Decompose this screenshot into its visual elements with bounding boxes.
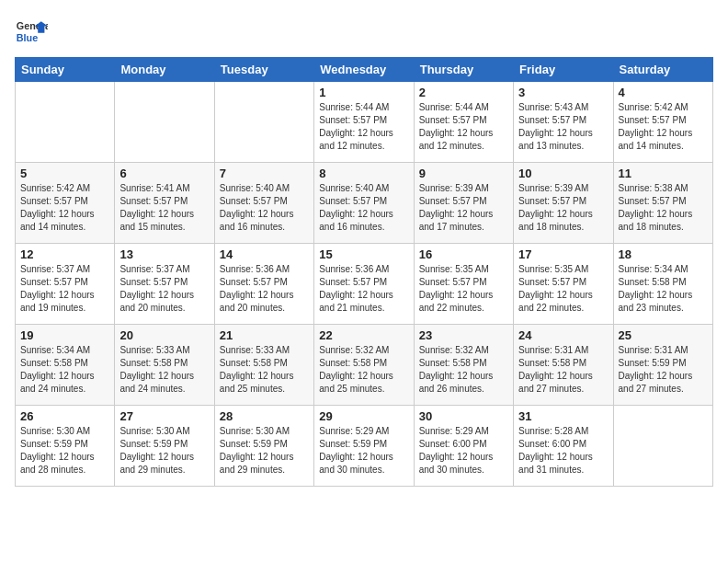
calendar-week-4: 19Sunrise: 5:34 AMSunset: 5:58 PMDayligh… xyxy=(16,325,713,406)
day-number: 8 xyxy=(319,167,408,180)
calendar-cell: 10Sunrise: 5:39 AMSunset: 5:57 PMDayligh… xyxy=(514,163,613,244)
calendar-cell: 19Sunrise: 5:34 AMSunset: 5:58 PMDayligh… xyxy=(16,325,115,406)
day-number: 31 xyxy=(518,409,608,423)
day-info: Sunrise: 5:44 AMSunset: 5:57 PMDaylight:… xyxy=(319,101,408,153)
day-number: 4 xyxy=(619,86,708,99)
day-info: Sunrise: 5:35 AMSunset: 5:57 PMDaylight:… xyxy=(419,263,508,315)
day-number: 5 xyxy=(20,167,109,180)
day-info: Sunrise: 5:36 AMSunset: 5:57 PMDaylight:… xyxy=(220,263,309,315)
day-info: Sunrise: 5:44 AMSunset: 5:57 PMDaylight:… xyxy=(419,101,508,153)
calendar-cell: 27Sunrise: 5:30 AMSunset: 5:59 PMDayligh… xyxy=(115,406,214,487)
day-info: Sunrise: 5:34 AMSunset: 5:58 PMDaylight:… xyxy=(20,344,109,396)
calendar-cell: 26Sunrise: 5:30 AMSunset: 5:59 PMDayligh… xyxy=(16,406,115,487)
calendar-cell xyxy=(214,82,313,163)
day-info: Sunrise: 5:29 AMSunset: 6:00 PMDaylight:… xyxy=(419,425,508,477)
day-number: 12 xyxy=(20,247,109,261)
weekday-header-sunday: Sunday xyxy=(16,58,115,82)
calendar-cell: 8Sunrise: 5:40 AMSunset: 5:57 PMDaylight… xyxy=(314,163,414,244)
calendar-cell: 18Sunrise: 5:34 AMSunset: 5:58 PMDayligh… xyxy=(613,244,712,325)
calendar-body: 1Sunrise: 5:44 AMSunset: 5:57 PMDaylight… xyxy=(16,82,713,487)
calendar-cell: 16Sunrise: 5:35 AMSunset: 5:57 PMDayligh… xyxy=(414,244,513,325)
day-info: Sunrise: 5:28 AMSunset: 6:00 PMDaylight:… xyxy=(518,425,608,477)
weekday-header-wednesday: Wednesday xyxy=(314,58,414,82)
day-number: 19 xyxy=(20,328,109,342)
calendar-cell: 11Sunrise: 5:38 AMSunset: 5:57 PMDayligh… xyxy=(613,163,712,244)
day-info: Sunrise: 5:41 AMSunset: 5:57 PMDaylight:… xyxy=(119,182,209,234)
day-number: 23 xyxy=(419,328,508,342)
day-info: Sunrise: 5:34 AMSunset: 5:58 PMDaylight:… xyxy=(619,263,708,315)
day-number: 30 xyxy=(419,409,508,423)
calendar-cell: 3Sunrise: 5:43 AMSunset: 5:57 PMDaylight… xyxy=(514,82,613,163)
calendar-week-5: 26Sunrise: 5:30 AMSunset: 5:59 PMDayligh… xyxy=(16,406,713,487)
calendar-cell: 21Sunrise: 5:33 AMSunset: 5:58 PMDayligh… xyxy=(214,325,313,406)
day-info: Sunrise: 5:30 AMSunset: 5:59 PMDaylight:… xyxy=(20,425,109,477)
calendar-cell: 17Sunrise: 5:35 AMSunset: 5:57 PMDayligh… xyxy=(514,244,613,325)
day-info: Sunrise: 5:39 AMSunset: 5:57 PMDaylight:… xyxy=(518,182,608,234)
day-info: Sunrise: 5:29 AMSunset: 5:59 PMDaylight:… xyxy=(319,425,408,477)
day-number: 7 xyxy=(220,167,309,180)
day-number: 9 xyxy=(419,167,508,180)
day-info: Sunrise: 5:31 AMSunset: 5:58 PMDaylight:… xyxy=(518,344,608,396)
day-number: 27 xyxy=(119,409,209,423)
calendar-cell: 23Sunrise: 5:32 AMSunset: 5:58 PMDayligh… xyxy=(414,325,513,406)
calendar-cell: 4Sunrise: 5:42 AMSunset: 5:57 PMDaylight… xyxy=(613,82,712,163)
calendar-header-row: SundayMondayTuesdayWednesdayThursdayFrid… xyxy=(16,58,713,82)
day-number: 6 xyxy=(119,167,209,180)
day-info: Sunrise: 5:32 AMSunset: 5:58 PMDaylight:… xyxy=(419,344,508,396)
calendar-cell: 6Sunrise: 5:41 AMSunset: 5:57 PMDaylight… xyxy=(115,163,214,244)
day-info: Sunrise: 5:37 AMSunset: 5:57 PMDaylight:… xyxy=(20,263,109,315)
day-number: 22 xyxy=(319,328,408,342)
day-number: 13 xyxy=(119,247,209,261)
calendar-cell: 28Sunrise: 5:30 AMSunset: 5:59 PMDayligh… xyxy=(214,406,313,487)
calendar-cell xyxy=(16,82,115,163)
calendar-cell: 22Sunrise: 5:32 AMSunset: 5:58 PMDayligh… xyxy=(314,325,414,406)
weekday-header-saturday: Saturday xyxy=(613,58,712,82)
calendar-cell: 1Sunrise: 5:44 AMSunset: 5:57 PMDaylight… xyxy=(314,82,414,163)
weekday-header-thursday: Thursday xyxy=(414,58,513,82)
day-info: Sunrise: 5:42 AMSunset: 5:57 PMDaylight:… xyxy=(619,101,708,153)
page-header: General Blue xyxy=(15,15,713,48)
calendar-cell: 14Sunrise: 5:36 AMSunset: 5:57 PMDayligh… xyxy=(214,244,313,325)
day-info: Sunrise: 5:30 AMSunset: 5:59 PMDaylight:… xyxy=(119,425,209,477)
day-info: Sunrise: 5:37 AMSunset: 5:57 PMDaylight:… xyxy=(119,263,209,315)
calendar-cell: 30Sunrise: 5:29 AMSunset: 6:00 PMDayligh… xyxy=(414,406,513,487)
day-info: Sunrise: 5:33 AMSunset: 5:58 PMDaylight:… xyxy=(119,344,209,396)
day-number: 14 xyxy=(220,247,309,261)
day-number: 20 xyxy=(119,328,209,342)
calendar-cell xyxy=(613,406,712,487)
calendar-cell: 5Sunrise: 5:42 AMSunset: 5:57 PMDaylight… xyxy=(16,163,115,244)
calendar-week-3: 12Sunrise: 5:37 AMSunset: 5:57 PMDayligh… xyxy=(16,244,713,325)
weekday-header-monday: Monday xyxy=(115,58,214,82)
weekday-header-friday: Friday xyxy=(514,58,613,82)
day-number: 1 xyxy=(319,86,408,99)
calendar-cell xyxy=(115,82,214,163)
day-number: 28 xyxy=(220,409,309,423)
day-info: Sunrise: 5:38 AMSunset: 5:57 PMDaylight:… xyxy=(619,182,708,234)
day-number: 11 xyxy=(619,167,708,180)
logo-icon: General Blue xyxy=(15,15,48,48)
day-info: Sunrise: 5:36 AMSunset: 5:57 PMDaylight:… xyxy=(319,263,408,315)
day-number: 29 xyxy=(319,409,408,423)
day-number: 24 xyxy=(518,328,608,342)
calendar-cell: 25Sunrise: 5:31 AMSunset: 5:59 PMDayligh… xyxy=(613,325,712,406)
calendar-cell: 24Sunrise: 5:31 AMSunset: 5:58 PMDayligh… xyxy=(514,325,613,406)
day-info: Sunrise: 5:42 AMSunset: 5:57 PMDaylight:… xyxy=(20,182,109,234)
calendar-week-1: 1Sunrise: 5:44 AMSunset: 5:57 PMDaylight… xyxy=(16,82,713,163)
calendar-cell: 9Sunrise: 5:39 AMSunset: 5:57 PMDaylight… xyxy=(414,163,513,244)
day-number: 17 xyxy=(518,247,608,261)
logo: General Blue xyxy=(15,15,48,48)
day-number: 10 xyxy=(518,167,608,180)
day-info: Sunrise: 5:30 AMSunset: 5:59 PMDaylight:… xyxy=(220,425,309,477)
calendar-cell: 2Sunrise: 5:44 AMSunset: 5:57 PMDaylight… xyxy=(414,82,513,163)
day-info: Sunrise: 5:31 AMSunset: 5:59 PMDaylight:… xyxy=(619,344,708,396)
day-number: 25 xyxy=(619,328,708,342)
weekday-header-tuesday: Tuesday xyxy=(214,58,313,82)
day-number: 3 xyxy=(518,86,608,99)
calendar-cell: 29Sunrise: 5:29 AMSunset: 5:59 PMDayligh… xyxy=(314,406,414,487)
day-number: 18 xyxy=(619,247,708,261)
day-number: 2 xyxy=(419,86,508,99)
calendar-table: SundayMondayTuesdayWednesdayThursdayFrid… xyxy=(15,57,713,487)
day-info: Sunrise: 5:35 AMSunset: 5:57 PMDaylight:… xyxy=(518,263,608,315)
calendar-week-2: 5Sunrise: 5:42 AMSunset: 5:57 PMDaylight… xyxy=(16,163,713,244)
day-info: Sunrise: 5:33 AMSunset: 5:58 PMDaylight:… xyxy=(220,344,309,396)
